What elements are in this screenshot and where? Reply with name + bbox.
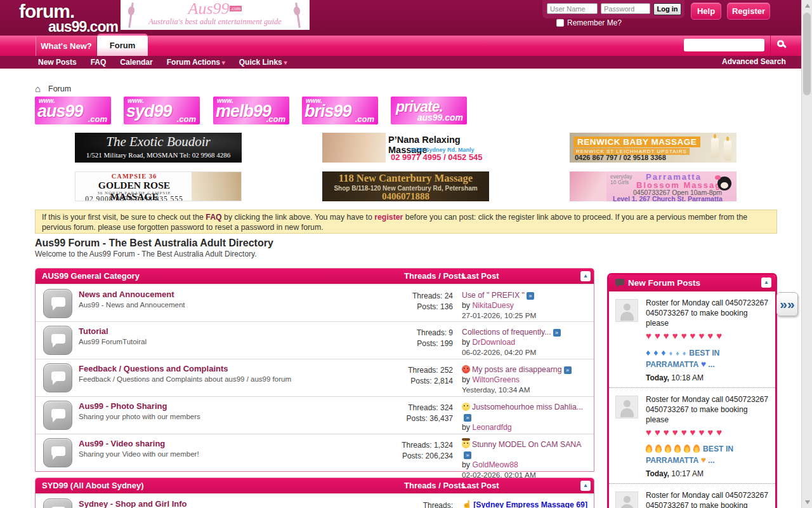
by-label: by — [462, 375, 472, 384]
forum-title-link[interactable]: Aus99 - Photo Sharing — [79, 401, 167, 411]
last-post-user-link[interactable]: Leonardfdg — [472, 423, 511, 432]
collapse-sidebar-button[interactable]: ▴ — [761, 277, 771, 288]
diamond-emoji-row: ♦♦♦♦♦♦ — [646, 349, 689, 358]
scroll-down-arrow[interactable] — [805, 500, 810, 504]
post-text-link[interactable]: ♦♦♦♦♦♦BEST IN PARRAMATTA ♥ ... — [646, 347, 770, 370]
nav-new-posts[interactable]: New Posts — [38, 58, 77, 67]
sidebar-post-item: Roster for Monday call 0450723267 045073… — [609, 388, 775, 484]
last-post-title-link[interactable]: My posts are disappearng — [472, 365, 562, 374]
by-label: by — [462, 460, 472, 469]
forum-icon — [43, 326, 72, 355]
candle-graphic — [711, 138, 719, 158]
ad-exotic-boudoir[interactable]: The Exotic Boudoir 1/521 Military Road, … — [75, 133, 242, 163]
remember-me-checkbox[interactable] — [556, 19, 564, 27]
forum-description: Aus99 ForumTutoiral — [79, 338, 147, 345]
username-input[interactable] — [547, 3, 598, 14]
forum-description: Sharing your photo with our members — [79, 413, 200, 420]
forum-title-link[interactable]: Tutorial — [79, 326, 108, 336]
last-post-info: ☝[Sydney Empress Massage 69] Nurse (Viet… — [462, 500, 589, 508]
post-text-link[interactable]: Roster for Monday call 0450723267 045073… — [646, 394, 770, 425]
last-post-title-link[interactable]: Collections of frequently... — [462, 328, 551, 337]
banner-private-aus99[interactable]: private. aus99.com — [391, 97, 467, 124]
forum-icon — [43, 498, 72, 508]
sidebar-header: New Forum Posts ▴ — [609, 275, 775, 291]
column-header-last-post: Last Post — [462, 478, 499, 493]
ad-pnana-massage[interactable]: P’Nana Relaxing Massage 11/36 Sydney Rd.… — [322, 133, 489, 163]
post-text-link[interactable]: BEST IN PARRAMATTA ♥ ... — [646, 444, 770, 466]
avatar[interactable] — [615, 396, 638, 418]
forum-icon — [43, 438, 72, 467]
scroll-up-arrow[interactable] — [805, 4, 810, 8]
home-icon[interactable]: ⌂ — [35, 83, 41, 94]
post-text-link[interactable]: Roster for Monday call 0450723267 045073… — [646, 490, 770, 508]
tab-whats-new[interactable]: What's New? — [36, 37, 97, 56]
search-icon[interactable] — [777, 40, 784, 47]
collapse-category-button[interactable]: ▴ — [580, 481, 591, 491]
thread-prefix[interactable]: [Sydney Empress Massage 69] — [473, 500, 587, 508]
go-to-last-post-icon[interactable]: » — [464, 414, 471, 422]
last-post-user-link[interactable]: NikitaDuesy — [472, 301, 514, 310]
avatar[interactable] — [615, 491, 638, 508]
scrollbar[interactable] — [801, 0, 812, 508]
ad-title: RENWICK BABY MASSAGE — [573, 137, 700, 147]
nav-faq[interactable]: FAQ — [91, 58, 107, 67]
collapse-category-button[interactable]: ▴ — [580, 271, 591, 281]
site-logo-line2[interactable]: aus99.com — [48, 18, 118, 36]
header-banner-ad[interactable]: Aus99.com Australia's best adult enterta… — [121, 0, 310, 30]
go-to-last-post-icon[interactable]: » — [564, 366, 572, 374]
faq-link[interactable]: FAQ — [206, 213, 221, 222]
ad-blossom-massage[interactable]: everyday10 Girls Parramatta Blossom Mass… — [570, 171, 737, 201]
register-link[interactable]: register — [374, 213, 403, 222]
banner-main: bris99 — [304, 102, 351, 121]
go-to-last-post-icon[interactable]: » — [527, 292, 534, 300]
ad-address: Level 1, 267 Church St, Parramatta — [613, 195, 723, 201]
banner-main: melb99 — [216, 102, 271, 121]
avatar[interactable] — [615, 299, 638, 322]
last-post-title-link[interactable]: Stunny MODEL On CAM SANA — [472, 440, 581, 449]
column-header-last-post: Last Post — [462, 269, 499, 284]
tab-forum[interactable]: Forum — [97, 34, 148, 56]
breadcrumb[interactable]: Forum — [48, 84, 71, 93]
last-post-title-link[interactable]: Justsomehourhoe miss Dahlia... — [472, 403, 583, 411]
last-post-user-link[interactable]: GoldMeow88 — [472, 460, 518, 469]
search-input[interactable] — [684, 39, 764, 51]
sidebar-post-item: Roster for Monday call 0450723267 045073… — [609, 484, 775, 508]
nav-calendar[interactable]: Calendar — [120, 58, 152, 67]
forum-title-link[interactable]: Sydney - Shop and Girl Info — [79, 499, 187, 508]
forum-title-link[interactable]: News and Annoucement — [79, 290, 174, 299]
banner-melb99[interactable]: www. melb99 .com — [213, 97, 289, 124]
nav-forum-actions-dropdown[interactable]: Forum Actions — [167, 58, 225, 67]
last-post-user-link[interactable]: DrDownload — [472, 338, 515, 347]
nav-quick-links-dropdown[interactable]: Quick Links — [239, 58, 287, 67]
last-post-title-link[interactable]: Use of " PREFIX " — [462, 291, 525, 300]
last-post-info: My posts are disappearng» by WiltonGreen… — [462, 364, 589, 395]
category-header: AUS99 General Category Threads / Posts L… — [36, 269, 594, 284]
ad-title: The Exotic Boudoir — [75, 134, 242, 150]
wink-face-emoji — [462, 403, 470, 411]
ad-renwick-massage[interactable]: RENWICK BABY MASSAGE RENWICK ST LEICHHAR… — [570, 133, 737, 163]
password-input[interactable] — [601, 3, 650, 14]
register-button[interactable]: Register — [727, 3, 770, 20]
login-button[interactable]: Log in — [653, 3, 681, 15]
forum-title-link[interactable]: Aus99 - Video sharing — [79, 439, 165, 448]
category-title: SYD99 (All About Sydney) — [42, 481, 144, 490]
forum-icon — [43, 401, 72, 430]
sidebar-expand-button[interactable]: »» — [776, 292, 798, 316]
go-to-last-post-icon[interactable]: » — [464, 451, 471, 459]
ad-photo — [570, 171, 606, 201]
forum-description: Feedback / Questions and Complaints abou… — [79, 375, 291, 383]
banner-aus99[interactable]: www. aus99 .com — [35, 97, 111, 124]
hearts-emoji-row: ♥♥♥♥♥♥♥♥♥ — [646, 330, 770, 342]
banner-bris99[interactable]: www. bris99 .com — [302, 97, 378, 124]
page-subtitle: Welcome to the Aus99 Forum - The Best Au… — [35, 250, 257, 258]
help-button[interactable]: Help — [691, 3, 721, 20]
last-post-user-link[interactable]: WiltonGreens — [472, 375, 520, 384]
forum-title-link[interactable]: Feedback / Questions and Complaints — [79, 364, 228, 373]
scroll-thumb[interactable] — [803, 13, 811, 95]
post-text-link[interactable]: Roster for Monday call 0450723267 045073… — [646, 298, 770, 328]
banner-syd99[interactable]: www. syd99 .com — [124, 97, 200, 124]
ad-golden-rose-massage[interactable]: CAMPSIE 36 GOLDEN ROSE MASSAGE 36 NORTH … — [75, 171, 242, 201]
go-to-last-post-icon[interactable]: » — [553, 329, 561, 337]
advanced-search-link[interactable]: Advanced Search — [722, 57, 786, 66]
ad-canterbury-massage[interactable]: 118 New Canterbury Massage Shop B/118-12… — [322, 171, 489, 201]
